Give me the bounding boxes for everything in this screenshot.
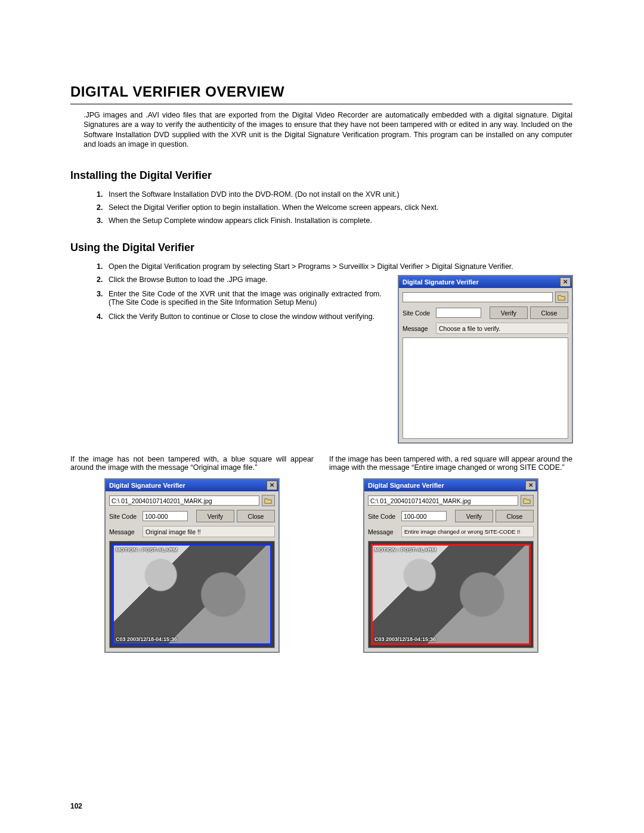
site-code-input[interactable]: 100-000 [143, 511, 188, 521]
site-code-label: Site Code [368, 513, 399, 520]
install-steps-list: Insert the Software Installation DVD int… [70, 190, 572, 225]
path-input[interactable]: C:\ 01_20040107140201_MARK.jpg [368, 496, 518, 506]
browse-button[interactable] [521, 495, 534, 506]
image-preview-empty [402, 337, 568, 439]
image-preview-valid: MOTION : POST-ALARM C03 2003/12/18-04:15… [109, 541, 275, 648]
list-item: Click the Browse Button to load the .JPG… [105, 275, 382, 284]
overlay-bottom: C03 2003/12/18-04:15:36 [116, 636, 177, 642]
site-code-input[interactable]: 100-000 [401, 511, 447, 521]
dialog-titlebar: Digital Signature Verifier ✕ [364, 479, 537, 491]
close-icon[interactable]: ✕ [267, 481, 277, 490]
message-label: Message [109, 528, 140, 535]
dialog-title: Digital Signature Verifier [402, 278, 479, 286]
verify-button[interactable]: Verify [455, 510, 493, 522]
result-red-text: If the image has been tampered with, a r… [329, 455, 572, 472]
intro-paragraph: .JPG images and .AVI video files that ar… [83, 110, 572, 149]
close-button[interactable]: Close [530, 306, 568, 319]
browse-button[interactable] [555, 292, 568, 303]
title-rule [70, 104, 572, 104]
message-output: Entire image changed or wrong SITE-CODE … [401, 526, 534, 537]
path-input[interactable] [402, 292, 553, 302]
folder-open-icon [264, 497, 273, 504]
message-output: Choose a file to verify. [436, 323, 568, 334]
folder-open-icon [523, 497, 531, 504]
list-item: When the Setup Complete window appears c… [105, 216, 572, 225]
overlay-top: MOTION : POST-ALARM [374, 547, 436, 553]
dialog-titlebar: Digital Signature Verifier ✕ [399, 276, 572, 288]
image-preview-tampered: MOTION : POST-ALARM C03 2003/12/18-04:15… [368, 541, 534, 648]
using-steps-rest: Click the Browse Button to load the .JPG… [70, 275, 382, 321]
verifier-dialog-empty: Digital Signature Verifier ✕ Site Code V… [398, 275, 572, 443]
valid-frame-indicator [112, 544, 272, 645]
close-icon[interactable]: ✕ [525, 481, 536, 490]
list-item: Insert the Software Installation DVD int… [105, 190, 572, 199]
section-heading-install: Installing the Digital Verifier [70, 169, 572, 182]
folder-open-icon [558, 294, 566, 301]
site-code-label: Site Code [402, 309, 434, 317]
verifier-dialog-valid: Digital Signature Verifier ✕ C:\ 01_2004… [105, 479, 279, 652]
path-input[interactable]: C:\ 01_20040107140201_MARK.jpg [109, 496, 259, 506]
section-heading-using: Using the Digital Verifier [70, 241, 572, 254]
page-number: 102 [70, 802, 82, 810]
result-blue-text: If the image has not been tampered with,… [70, 455, 314, 472]
page-title: DIGITAL VERIFIER OVERVIEW [70, 83, 572, 100]
list-item: Click the Verify Button to continue or C… [105, 312, 382, 321]
message-label: Message [368, 528, 399, 535]
dialog-titlebar: Digital Signature Verifier ✕ [106, 479, 278, 491]
close-button[interactable]: Close [496, 510, 534, 522]
site-code-input[interactable] [436, 308, 481, 318]
document-page: DIGITAL VERIFIER OVERVIEW .JPG images an… [0, 0, 644, 833]
site-code-label: Site Code [109, 513, 140, 520]
verifier-dialog-tampered: Digital Signature Verifier ✕ C:\ 01_2004… [364, 479, 538, 652]
browse-button[interactable] [262, 495, 275, 506]
list-item: Open the Digital Verification program by… [105, 262, 572, 271]
tampered-frame-indicator [371, 544, 531, 645]
message-label: Message [402, 325, 434, 332]
list-item: Enter the Site Code of the XVR unit that… [105, 290, 382, 306]
dialog-title: Digital Signature Verifier [368, 482, 444, 489]
overlay-bottom: C03 2003/12/18-04:15:36 [374, 636, 436, 642]
verify-button[interactable]: Verify [490, 306, 528, 319]
dialog-title: Digital Signature Verifier [109, 482, 185, 489]
close-icon[interactable]: ✕ [560, 277, 571, 287]
close-button[interactable]: Close [237, 510, 275, 522]
message-output: Original image file !! [143, 526, 275, 537]
verify-button[interactable]: Verify [196, 510, 234, 522]
list-item: Select the Digital Verifier option to be… [105, 203, 572, 212]
overlay-top: MOTION : POST-ALARM [116, 547, 178, 553]
using-steps-first: Open the Digital Verification program by… [70, 262, 572, 271]
